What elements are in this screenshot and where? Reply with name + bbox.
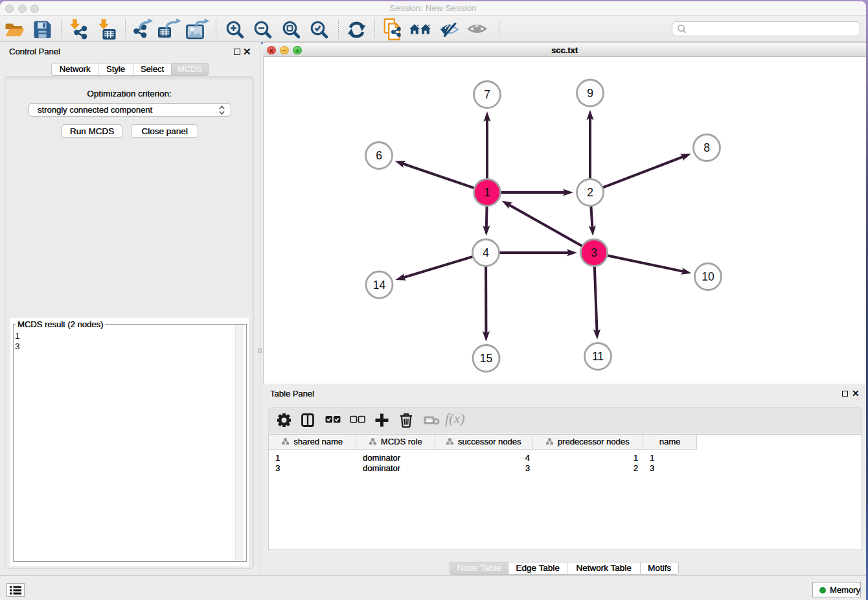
svg-text:11: 11 — [592, 350, 604, 363]
svg-text:14: 14 — [373, 279, 386, 292]
svg-text:3: 3 — [591, 246, 597, 259]
svg-text:1: 1 — [484, 186, 490, 199]
svg-text:6: 6 — [376, 149, 382, 162]
svg-text:10: 10 — [702, 270, 714, 283]
svg-text:9: 9 — [587, 87, 593, 100]
svg-text:7: 7 — [484, 88, 490, 101]
svg-text:15: 15 — [480, 352, 492, 365]
svg-text:8: 8 — [703, 141, 710, 154]
svg-text:2: 2 — [587, 186, 593, 199]
svg-text:4: 4 — [483, 246, 489, 259]
